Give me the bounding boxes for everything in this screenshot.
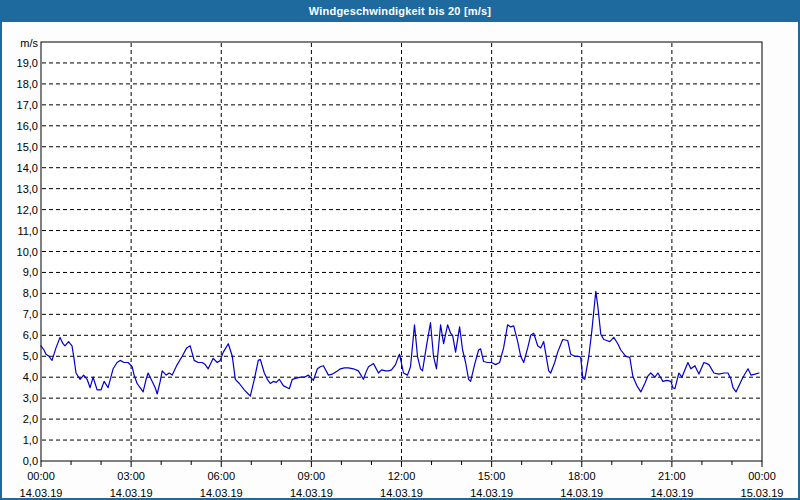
- y-axis-unit-label: m/s: [20, 37, 38, 49]
- x-tick-time-label: 06:00: [207, 470, 235, 482]
- window-title: Windgeschwindigkeit bis 20 [m/s]: [309, 5, 491, 17]
- y-tick-label: 5,0: [23, 350, 38, 362]
- y-tick-label: 4,0: [23, 371, 38, 383]
- x-tick-date-label: 14.03.19: [470, 487, 513, 498]
- y-tick-label: 13,0: [17, 183, 38, 195]
- y-tick-label: 1,0: [23, 434, 38, 446]
- x-axis-labels: 00:0014.03.1903:0014.03.1906:0014.03.190…: [20, 470, 784, 498]
- x-tick-date-label: 14.03.19: [560, 487, 603, 498]
- x-tick-time-label: 21:00: [658, 470, 686, 482]
- y-tick-label: 3,0: [23, 392, 38, 404]
- x-tick-date-label: 14.03.19: [290, 487, 333, 498]
- y-axis-labels: 0,01,02,03,04,05,06,07,08,09,010,011,012…: [17, 37, 39, 467]
- y-tick-label: 6,0: [23, 329, 38, 341]
- y-tick-label: 18,0: [17, 78, 38, 90]
- x-tick-date-label: 14.03.19: [380, 487, 423, 498]
- y-tick-label: 12,0: [17, 204, 38, 216]
- chart-window: Windgeschwindigkeit bis 20 [m/s] 0,01,02…: [0, 0, 800, 500]
- chart-body: 0,01,02,03,04,05,06,07,08,09,010,011,012…: [2, 22, 798, 498]
- y-tick-label: 15,0: [17, 141, 38, 153]
- x-tick-date-label: 14.03.19: [110, 487, 153, 498]
- x-tick-time-label: 15:00: [478, 470, 506, 482]
- y-tick-label: 10,0: [17, 246, 38, 258]
- y-tick-label: 16,0: [17, 120, 38, 132]
- x-tick-date-label: 14.03.19: [20, 487, 63, 498]
- x-axis-ticks: [41, 461, 762, 467]
- y-tick-label: 14,0: [17, 162, 38, 174]
- x-tick-time-label: 00:00: [27, 470, 55, 482]
- x-tick-date-label: 14.03.19: [200, 487, 243, 498]
- x-tick-time-label: 03:00: [117, 470, 145, 482]
- window-titlebar: Windgeschwindigkeit bis 20 [m/s]: [0, 0, 800, 22]
- y-tick-label: 7,0: [23, 308, 38, 320]
- x-tick-time-label: 09:00: [298, 470, 326, 482]
- x-tick-time-label: 12:00: [388, 470, 416, 482]
- y-tick-label: 0,0: [23, 455, 38, 467]
- x-tick-date-label: 15.03.19: [741, 487, 784, 498]
- y-tick-label: 11,0: [17, 225, 38, 237]
- y-tick-label: 8,0: [23, 287, 38, 299]
- x-tick-time-label: 18:00: [568, 470, 596, 482]
- y-tick-label: 17,0: [17, 99, 38, 111]
- wind-speed-chart: 0,01,02,03,04,05,06,07,08,09,010,011,012…: [2, 22, 798, 498]
- y-tick-label: 2,0: [23, 413, 38, 425]
- y-tick-label: 19,0: [17, 57, 38, 69]
- y-tick-label: 9,0: [23, 266, 38, 278]
- x-tick-time-label: 00:00: [748, 470, 776, 482]
- x-tick-date-label: 14.03.19: [650, 487, 693, 498]
